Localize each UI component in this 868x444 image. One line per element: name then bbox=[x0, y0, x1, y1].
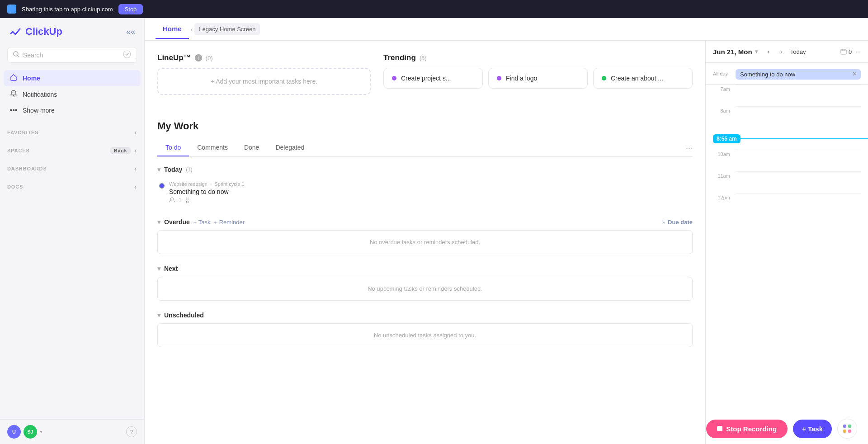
dashboards-label: DASHBOARDS bbox=[7, 166, 47, 171]
stop-recording-button[interactable]: Stop Recording bbox=[706, 420, 788, 438]
trending-cards: Create project s... Find a logo Create a… bbox=[383, 68, 693, 89]
help-button[interactable]: ? bbox=[126, 426, 137, 437]
add-task-label: + Task bbox=[802, 425, 823, 433]
trending-card-3[interactable]: Create an about ... bbox=[593, 68, 693, 89]
time-row-10am: 10am bbox=[706, 150, 868, 171]
calendar-dropdown-icon[interactable]: ▾ bbox=[755, 48, 758, 55]
svg-rect-0 bbox=[9, 6, 15, 12]
sharing-bar-stop-button[interactable]: Stop bbox=[118, 4, 143, 14]
calendar-header-right: 0 ··· bbox=[840, 48, 861, 55]
task-assignee-icon bbox=[169, 197, 175, 204]
allday-event-text: Something to do now bbox=[740, 71, 795, 78]
sidebar-section-favorites[interactable]: FAVORITES › bbox=[0, 125, 144, 140]
task-assignee-count: 1 bbox=[179, 197, 182, 203]
sidebar-item-notifications[interactable]: Notifications bbox=[4, 86, 141, 103]
stop-rec-dot-icon bbox=[717, 426, 722, 431]
mywork-title: My Work bbox=[157, 120, 693, 132]
calendar-prev-button[interactable]: ‹ bbox=[763, 46, 774, 57]
lineup-info-icon[interactable]: i bbox=[195, 54, 202, 61]
calendar-next-button[interactable]: › bbox=[776, 46, 787, 57]
allday-event-close-icon[interactable]: ✕ bbox=[852, 71, 857, 77]
today-chevron-icon[interactable]: ▾ bbox=[157, 166, 160, 173]
tab-todo[interactable]: To do bbox=[157, 139, 189, 156]
time-row-12pm: 12pm bbox=[706, 193, 868, 215]
add-task-overdue-button[interactable]: + Task bbox=[193, 219, 211, 226]
avatar-caret-icon[interactable]: ▾ bbox=[40, 429, 42, 435]
spaces-back-badge[interactable]: Back bbox=[110, 147, 131, 154]
search-bar[interactable]: Search bbox=[7, 47, 137, 63]
trending-label-2: Find a logo bbox=[506, 75, 537, 82]
next-label: Next bbox=[164, 265, 178, 272]
time-label-7am: 7am bbox=[713, 85, 736, 92]
add-task-button[interactable]: + Task bbox=[793, 420, 832, 438]
notifications-label: Notifications bbox=[23, 91, 57, 98]
favorites-label: FAVORITES bbox=[7, 130, 38, 135]
breadcrumb-sep: ‹ bbox=[191, 26, 193, 33]
today-count: (1) bbox=[186, 166, 193, 173]
sidebar-section-dashboards[interactable]: DASHBOARDS › bbox=[0, 161, 144, 176]
sidebar-item-show-more[interactable]: ••• Show more bbox=[4, 103, 141, 118]
favorites-chevron-icon: › bbox=[134, 129, 137, 136]
trending-label-1: Create project s... bbox=[401, 75, 451, 82]
breadcrumb-legacy[interactable]: Legacy Home Screen bbox=[194, 23, 260, 35]
search-placeholder: Search bbox=[23, 52, 43, 59]
sidebar-section-spaces[interactable]: SPACES Back › bbox=[0, 143, 144, 158]
sidebar-section-docs[interactable]: DOCS › bbox=[0, 179, 144, 194]
trending-card-1[interactable]: Create project s... bbox=[383, 68, 483, 89]
avatar-sj[interactable]: SJ bbox=[24, 425, 37, 439]
next-chevron-icon[interactable]: ▾ bbox=[157, 265, 160, 272]
tabs-more-icon[interactable]: ··· bbox=[686, 143, 693, 153]
calendar-more-icon[interactable]: ··· bbox=[855, 48, 861, 55]
allday-event[interactable]: Something to do now ✕ bbox=[736, 69, 861, 80]
mywork-section: My Work To do Comments Done Delegated ··… bbox=[157, 120, 693, 347]
unscheduled-chevron-icon[interactable]: ▾ bbox=[157, 312, 160, 319]
svg-rect-7 bbox=[848, 425, 851, 428]
task-status-dot bbox=[159, 183, 165, 189]
avatar-group[interactable]: U SJ ▾ bbox=[7, 425, 42, 439]
task-content: Website redesign › Sprint cycle 1 Someth… bbox=[169, 181, 691, 204]
sidebar-item-home[interactable]: Home bbox=[4, 70, 141, 86]
tab-done[interactable]: Done bbox=[236, 139, 267, 156]
lineup-count: (0) bbox=[206, 55, 213, 61]
time-content-8am bbox=[736, 106, 861, 128]
stop-recording-label: Stop Recording bbox=[726, 425, 777, 433]
main-area: Home ‹ Legacy Home Screen LineUp™ i (0) bbox=[145, 18, 868, 444]
due-date-button[interactable]: Due date bbox=[660, 219, 693, 226]
search-icon bbox=[13, 51, 19, 59]
task-name[interactable]: Something to do now bbox=[169, 188, 691, 195]
sidebar-collapse-button[interactable]: «« bbox=[126, 27, 135, 37]
overdue-empty: No overdue tasks or reminders scheduled. bbox=[157, 230, 693, 254]
top-nav: Home ‹ Legacy Home Screen bbox=[145, 18, 868, 41]
trending-card-2[interactable]: Find a logo bbox=[488, 68, 588, 89]
sidebar: ClickUp «« Search bbox=[0, 18, 145, 444]
tab-delegated[interactable]: Delegated bbox=[267, 139, 312, 156]
add-reminder-overdue-button[interactable]: + Reminder bbox=[214, 219, 245, 226]
task-drag-icon: ⣿ bbox=[185, 197, 189, 203]
lineup-header: LineUp™ i (0) bbox=[157, 53, 371, 62]
sharing-bar-message: Sharing this tab to app.clickup.com bbox=[22, 6, 113, 13]
current-time-row: 8:55 am bbox=[706, 128, 868, 150]
sharing-bar: Sharing this tab to app.clickup.com Stop bbox=[0, 0, 868, 18]
time-label-12pm: 12pm bbox=[713, 193, 736, 200]
avatar-u[interactable]: U bbox=[7, 425, 21, 439]
dashboards-chevron-icon: › bbox=[134, 165, 137, 172]
apps-button[interactable] bbox=[837, 419, 857, 439]
trending-header: Trending (5) bbox=[383, 53, 693, 62]
time-row-8am: 8am bbox=[706, 106, 868, 128]
more-icon: ••• bbox=[9, 106, 18, 114]
allday-label: All day bbox=[713, 69, 736, 76]
home-icon bbox=[9, 74, 18, 83]
mywork-tabs: To do Comments Done Delegated ··· bbox=[157, 139, 693, 157]
docs-label: DOCS bbox=[7, 184, 23, 189]
time-content-12pm bbox=[736, 193, 861, 215]
calendar-date-label: Jun 21, Mon bbox=[713, 48, 752, 56]
overdue-section: ▾ Overdue + Task + Reminder Due date bbox=[157, 218, 693, 254]
tab-home[interactable]: Home bbox=[156, 19, 189, 39]
content-area: LineUp™ i (0) + Add your most important … bbox=[145, 41, 868, 444]
svg-rect-5 bbox=[841, 49, 846, 54]
overdue-chevron-icon[interactable]: ▾ bbox=[157, 218, 160, 226]
lineup-add-box[interactable]: + Add your most important tasks here. bbox=[157, 68, 371, 95]
calendar-today-button[interactable]: Today bbox=[790, 48, 806, 55]
tab-comments[interactable]: Comments bbox=[189, 139, 236, 156]
next-empty: No upcoming tasks or reminders scheduled… bbox=[157, 277, 693, 301]
